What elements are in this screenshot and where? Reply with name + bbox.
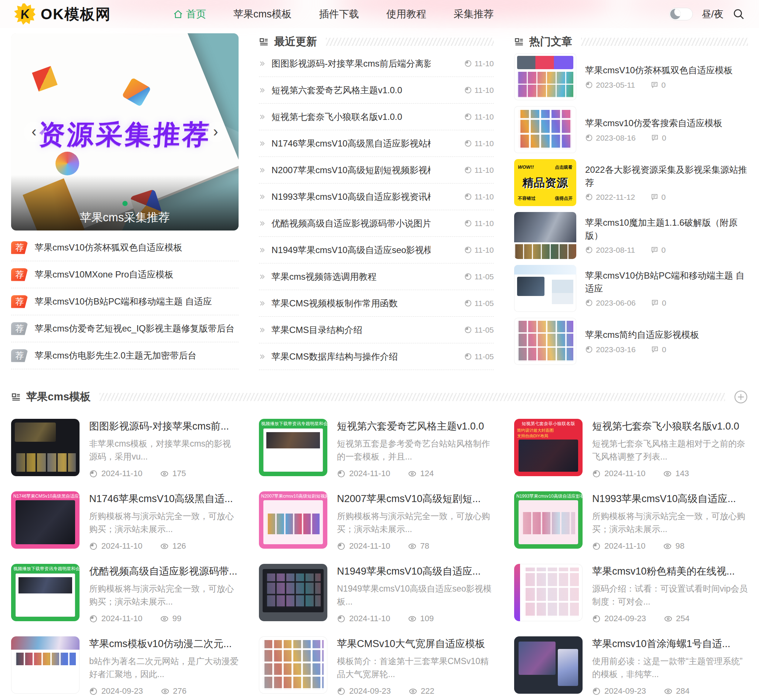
- recent-column: 最近更新 图图影视源码-对接苹果cms前后端分离影视... 11-10 短视第六…: [259, 33, 494, 370]
- hot-article-comments: 0: [662, 298, 666, 308]
- recent-item[interactable]: N1993苹果cmsV10高级自适应影视资讯模... 11-10: [259, 183, 494, 210]
- recommend-item[interactable]: 荐 苹果cmsV10仿B站PC端和移动端主题 自适应: [11, 288, 239, 315]
- card-desc: 短视第七套奈飞风格主题相对于之前的奈飞风格调整了列表...: [592, 438, 748, 463]
- card-title: N1949苹果cmsV10高级自适应...: [337, 566, 481, 577]
- card-title: 苹果cmsv10首涂海螺1号自适...: [592, 638, 731, 649]
- card-views: 126: [172, 541, 186, 551]
- hot-article-item[interactable]: WOW!! 点击观看 精品资源 不容错过 值得点开 2022各大影视资源采集及影…: [514, 156, 748, 209]
- list-icon: [259, 37, 269, 47]
- expand-plus-button[interactable]: [734, 390, 748, 404]
- template-card[interactable]: 视频播放下载带资讯专题明星和会员中心 优酷视频高级自适应影视源码带... 所购模…: [11, 564, 239, 623]
- search-icon[interactable]: [732, 8, 745, 20]
- card-desc: 所购模板将与演示站完全一致，可放心购买；演示站未展示...: [592, 510, 748, 535]
- recommend-item[interactable]: 荐 苹果cms仿电影先生2.0主题无加密带后台: [11, 342, 239, 369]
- clock-icon: [89, 542, 98, 550]
- carousel-active-dot[interactable]: [122, 201, 128, 206]
- recent-item[interactable]: 苹果CMS数据库结构与操作介绍 11-05: [259, 343, 494, 370]
- hot-article-item[interactable]: 苹果cmsV10仿茶杯狐双色自适应模板 2023-05-11 0: [514, 50, 748, 103]
- hot-article-comments: 0: [661, 81, 666, 89]
- slide-caption[interactable]: 苹果cms采集推荐: [11, 210, 239, 225]
- hot-article-date: 2023-08-11: [596, 246, 635, 255]
- recommend-item[interactable]: 荐 苹果cmsV10MXone Pro自适应模板: [11, 261, 239, 288]
- card-date: 2024-09-23: [604, 614, 646, 623]
- template-card[interactable]: N1949苹果cmsV10高级自适应... N1949苹果cmsV10高级自适应…: [259, 564, 494, 623]
- recommend-item[interactable]: 荐 苹果cms仿爱奇艺短视ec_IQ影视主题修复版带后台: [11, 315, 239, 342]
- recent-item[interactable]: 优酷视频高级自适应影视源码带小说图片视... 11-10: [259, 210, 494, 237]
- clock-icon: [592, 614, 601, 623]
- recent-item[interactable]: 短视第六套爱奇艺风格主题v1.0.0 11-10: [259, 77, 494, 103]
- clock-icon: [337, 469, 345, 478]
- recent-date: 11-10: [475, 86, 494, 95]
- card-thumbnail: 短视第七套奈菲小狼联名版简约设计超大封面图 支持自由DIY布局: [514, 419, 583, 476]
- nav-item-plugin-download[interactable]: 插件下载: [319, 8, 359, 21]
- clock-icon: [464, 166, 472, 174]
- hot-article-item[interactable]: 苹果cmsv10仿爱客搜索自适应模板 2023-08-16 0: [514, 103, 748, 156]
- recent-item[interactable]: 图图影视源码-对接苹果cms前后端分离影视... 11-10: [259, 50, 494, 77]
- eye-icon: [408, 469, 417, 478]
- template-card[interactable]: N1746苹果CMSv10高级黑自适应影视模板 N1746苹果cmsV10高级黑…: [11, 491, 239, 551]
- card-title: 苹果cmsv10粉色精美的在线视...: [592, 566, 735, 577]
- nav-item-tutorials[interactable]: 使用教程: [387, 8, 426, 21]
- card-date: 2024-11-10: [349, 614, 390, 623]
- recommend-item[interactable]: 荐 苹果cmsV10仿茶杯狐双色自适应模板: [11, 234, 239, 261]
- card-desc: 使用前必读：这是一款带“主题管理系统”的模板，非纯苹...: [592, 655, 748, 680]
- hot-article-item[interactable]: 苹果cms10魔加主题1.1.6破解版（附原版） 2023-08-11 0: [514, 209, 748, 262]
- carousel-prev-button[interactable]: ‹: [24, 122, 44, 142]
- clock-icon: [464, 86, 472, 94]
- hot-article-date: 2023-08-16: [596, 134, 636, 142]
- recent-item[interactable]: 苹果CMS目录结构介绍 11-05: [259, 317, 494, 343]
- template-card[interactable]: N1993苹果cmsv10高级自适应影视资讯模板 N1993苹果cmsV10高级…: [514, 491, 748, 551]
- nav-item-home[interactable]: 首页: [173, 8, 206, 21]
- template-card[interactable]: 短视第七套奈菲小狼联名版简约设计超大封面图 支持自由DIY布局 短视第七套奈飞小…: [514, 419, 748, 478]
- template-card[interactable]: 苹果cms模板v10仿动漫二次元... b站作为著名二次元网站，是广大动漫爱好者…: [11, 636, 239, 696]
- page-content: 资源采集推荐 苹果cms采集推荐 ‹ › 荐 苹果cmsV10仿茶杯狐双色自适应…: [0, 33, 759, 700]
- carousel[interactable]: 资源采集推荐 苹果cms采集推荐 ‹ ›: [11, 33, 239, 231]
- thumb-text: 视频播放下载带资讯专题明星和会员中心: [11, 566, 80, 572]
- card-date: 2024-09-23: [349, 686, 391, 696]
- recent-title: 短视第六套爱奇艺风格主题v1.0.0: [272, 84, 402, 96]
- hot-article-item[interactable]: 苹果cms简约自适应影视模板 2023-03-16 0: [514, 315, 748, 368]
- hot-article-item[interactable]: 苹果cmsV10仿B站PC端和移动端主题 自适应 2023-06-06 0: [514, 262, 748, 315]
- template-card[interactable]: 苹果cmsv10首涂海螺1号自适... 使用前必读：这是一款带“主题管理系统”的…: [514, 636, 748, 696]
- card-views: 276: [173, 686, 187, 696]
- article-thumbnail: [514, 318, 576, 365]
- site-logo[interactable]: K OK模板网: [14, 3, 111, 25]
- card-title: N2007苹果cmsV10高级短剧短...: [337, 493, 481, 504]
- recent-title: N1949苹果cmsV10高级自适应seo影视模板: [272, 244, 431, 256]
- template-card[interactable]: 苹果CMSv10大气宽屏自适应模板 模板简介：首途第十三套苹果CMSv10精品大…: [259, 636, 494, 696]
- recent-item[interactable]: 苹果cms视频筛选调用教程 11-05: [259, 263, 494, 290]
- card-date: 2024-11-10: [102, 541, 142, 551]
- hot-article-title: 苹果cmsV10仿B站PC端和移动端主题 自适应: [585, 269, 748, 294]
- recent-item[interactable]: N1746苹果cmsV10高级黑自适应影视站模板 11-10: [259, 130, 494, 157]
- carousel-next-button[interactable]: ›: [205, 122, 226, 142]
- card-desc: b站作为著名二次元网站，是广大动漫爱好者汇聚地，因此...: [89, 655, 239, 680]
- clock-icon: [592, 469, 601, 478]
- template-card[interactable]: 视频播放下载带资讯专题明星和会员中心 短视第六套爱奇艺风格主题v1.0.0 短视…: [259, 419, 494, 478]
- recent-item[interactable]: 苹果CMS视频模板制作常用函数 11-05: [259, 290, 494, 317]
- nav-label: 苹果cms模板: [233, 8, 292, 21]
- thumb-text: 点击观看: [555, 164, 573, 170]
- double-chevron-icon: [259, 220, 265, 227]
- card-title: 短视第七套奈飞小狼联名版v1.0.0: [592, 421, 739, 432]
- clock-icon: [585, 299, 593, 307]
- card-title: 苹果cms模板v10仿动漫二次元...: [89, 638, 232, 649]
- template-card[interactable]: 图图影视源码-对接苹果cms前... 非苹果cms模板，对接苹果cms的影视源码…: [11, 419, 239, 478]
- card-desc: 短视第五套是参考爱奇艺台站站风格制作的一套模板，并且...: [337, 438, 494, 463]
- template-card[interactable]: N2007苹果cmsv10高级短剧短视频影视模板 N2007苹果cmsV10高级…: [259, 491, 494, 551]
- recent-item[interactable]: N2007苹果cmsV10高级短剧短视频影视模板 11-10: [259, 157, 494, 183]
- hot-section-header: 热门文章: [514, 33, 748, 50]
- nav-item-cms-templates[interactable]: 苹果cms模板: [233, 8, 292, 21]
- recent-item[interactable]: N1949苹果cmsV10高级自适应seo影视模板 11-10: [259, 237, 494, 263]
- comment-icon: [651, 246, 658, 254]
- card-views: 78: [420, 541, 429, 551]
- section-title: 最近更新: [274, 34, 317, 49]
- recent-title: 苹果CMS数据库结构与操作介绍: [272, 351, 398, 362]
- eye-icon: [409, 687, 417, 695]
- theme-toggle[interactable]: [669, 8, 693, 20]
- recent-item[interactable]: 短视第七套奈飞小狼联名版v1.0.0 11-10: [259, 103, 494, 130]
- article-thumbnail: [514, 265, 576, 312]
- recent-date: 11-05: [475, 272, 494, 281]
- nav-item-collect-recommend[interactable]: 采集推荐: [454, 8, 494, 21]
- template-card[interactable]: 苹果cmsv10粉色精美的在线视... 源码介绍：试看：可设置试看时间vip会员…: [514, 564, 748, 623]
- logo-starburst-icon: K: [14, 3, 36, 25]
